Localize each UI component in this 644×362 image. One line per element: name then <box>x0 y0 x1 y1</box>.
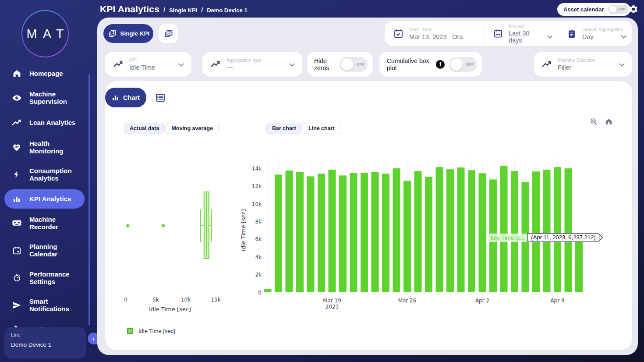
interval-label: Interval <box>509 23 552 28</box>
cumulative-box-plot-toggle[interactable]: OFF <box>449 57 477 72</box>
sidebar-item-label: Consumption Analytics <box>29 167 82 182</box>
sidebar-item-label: Planning Calendar <box>29 243 82 258</box>
bar[interactable] <box>425 177 432 292</box>
tab-line-chart[interactable]: Line chart <box>303 123 340 134</box>
svg-text:0: 0 <box>124 297 127 303</box>
sidebar-item-machine-supervision[interactable]: Machine Supervision <box>4 85 85 111</box>
sidebar-item-lean-analytics[interactable]: Lean Analytics <box>4 113 85 133</box>
sidebar-item-label: Lean Analytics <box>29 119 75 126</box>
svg-text:14k: 14k <box>252 166 262 172</box>
breadcrumb-separator: / <box>201 7 203 14</box>
bar[interactable] <box>500 166 508 292</box>
bar[interactable] <box>264 289 272 292</box>
svg-text:1: 1 <box>112 30 114 35</box>
interval-field[interactable]: Interval Last 30 days <box>484 21 558 46</box>
svg-text:Idle Time [sec]: Idle Time [sec] <box>240 209 247 251</box>
asset-calendar-toggle[interactable]: OFF <box>608 5 628 14</box>
machine-selection-value: Filler <box>558 64 595 71</box>
info-icon[interactable]: i <box>436 60 445 69</box>
sidebar-item-label: Machine Recorder <box>29 216 82 231</box>
date-range-value: Mar 13, 2023 - Ora <box>409 33 463 40</box>
bar[interactable] <box>436 167 443 292</box>
bar[interactable] <box>393 168 400 292</box>
toggle-knob <box>341 58 353 71</box>
interval-aggregation-field[interactable]: Interval Aggregation Day <box>558 21 632 46</box>
aggregation-type-select[interactable]: Aggregation type --- <box>202 52 302 77</box>
bar[interactable] <box>403 181 411 292</box>
interval-aggregation-label: Interval Aggregation <box>582 27 626 32</box>
kpi-label: KPI <box>129 57 155 63</box>
chart-legend[interactable]: Idle Time [sec] <box>127 328 175 334</box>
chart-view-button[interactable]: Chart <box>105 88 146 107</box>
calendar-check-icon <box>393 28 403 39</box>
single-kpi-button[interactable]: 1 Single KPI <box>103 24 153 43</box>
bar[interactable] <box>414 171 422 292</box>
tab-moving-average[interactable]: Moving average <box>166 123 218 134</box>
cumulative-box-plot-control: Cumulative box plot i OFF <box>379 52 482 77</box>
sidebar-item-health-monitoring[interactable]: Health Monitoring <box>4 135 85 160</box>
zoom-icon[interactable] <box>590 117 598 126</box>
bar[interactable] <box>382 174 389 292</box>
bar[interactable] <box>318 174 325 292</box>
bar-chart-icon <box>11 195 22 203</box>
bar[interactable] <box>457 167 465 292</box>
sidebar-item-label: Health Monitoring <box>29 140 82 155</box>
bar[interactable] <box>532 171 540 292</box>
outlier-point[interactable] <box>162 224 165 227</box>
asset-calendar-label: Asset calendar <box>563 6 604 13</box>
svg-text:8k: 8k <box>255 219 262 225</box>
heart-pulse-icon <box>11 142 22 152</box>
gear-icon <box>629 4 638 14</box>
bar[interactable] <box>565 168 572 292</box>
sidebar-item-smart-notifications[interactable]: Smart Notifications <box>4 292 85 318</box>
settings-button[interactable] <box>629 4 638 14</box>
sidebar-item-homepage[interactable]: Homepage <box>4 64 85 83</box>
date-range-field[interactable]: Start - End Mar 13, 2023 - Ora <box>385 21 484 46</box>
chevron-down-icon <box>289 63 295 67</box>
sidebar-item-label: KPI Analytics <box>29 195 71 202</box>
machine-selection-select[interactable]: Machine Selection Filler <box>534 52 632 77</box>
table-view-button[interactable] <box>155 92 166 103</box>
bar[interactable] <box>468 170 475 292</box>
breadcrumb-single-kpi[interactable]: Single KPI <box>169 7 197 14</box>
kpi-select[interactable]: KPI Idle Time <box>105 52 191 77</box>
sidebar-item-planning-calendar[interactable]: Planning Calendar <box>4 238 85 263</box>
bar[interactable] <box>339 175 347 292</box>
bar[interactable] <box>275 174 282 292</box>
bar[interactable] <box>307 176 315 292</box>
sidebar-item-consumption-analytics[interactable]: Consumption Analytics <box>4 162 85 188</box>
bar[interactable] <box>554 167 561 292</box>
chart-tooltip: Idle Time [s... (Apr 11, 2023, 6,237.212… <box>488 233 603 242</box>
outlier-point[interactable] <box>126 224 129 227</box>
table-icon <box>155 92 166 103</box>
bar[interactable] <box>329 170 336 292</box>
bar[interactable] <box>361 173 368 292</box>
tab-actual-data[interactable]: Actual data <box>124 123 165 134</box>
svg-text:Mar 19: Mar 19 <box>323 298 341 304</box>
chevron-down-icon <box>547 35 552 39</box>
bar[interactable] <box>372 172 379 292</box>
hide-zeros-toggle[interactable]: OFF <box>340 57 368 72</box>
home-reset-icon[interactable] <box>605 117 613 126</box>
bar[interactable] <box>543 170 551 292</box>
toggle-state-label: OFF <box>466 62 474 67</box>
tooltip-arrow-icon <box>599 234 603 241</box>
single-kpi-icon: 1 <box>107 29 117 39</box>
trend-icon <box>211 60 220 69</box>
bar[interactable] <box>479 173 486 292</box>
sidebar-item-label: Machine Supervision <box>29 90 82 106</box>
device-card[interactable]: Line Demo Device 1 <box>4 327 86 358</box>
bar[interactable] <box>350 173 357 292</box>
sidebar-item-kpi-analytics[interactable]: KPI Analytics <box>4 189 85 209</box>
bar[interactable] <box>296 172 304 292</box>
multi-kpi-button[interactable]: 2 <box>159 24 178 43</box>
sidebar-item-machine-recorder[interactable]: Machine Recorder <box>4 210 85 236</box>
bar[interactable] <box>575 237 583 292</box>
bar[interactable] <box>446 169 454 292</box>
bar[interactable] <box>511 171 518 292</box>
bar[interactable] <box>286 170 293 292</box>
tab-bar-chart[interactable]: Bar chart <box>266 123 302 134</box>
sidebar-item-performance-settings[interactable]: Performance Settings <box>4 265 85 291</box>
sidebar-scrollbar[interactable] <box>88 75 90 325</box>
breadcrumb-device[interactable]: Demo Device 1 <box>207 7 248 14</box>
